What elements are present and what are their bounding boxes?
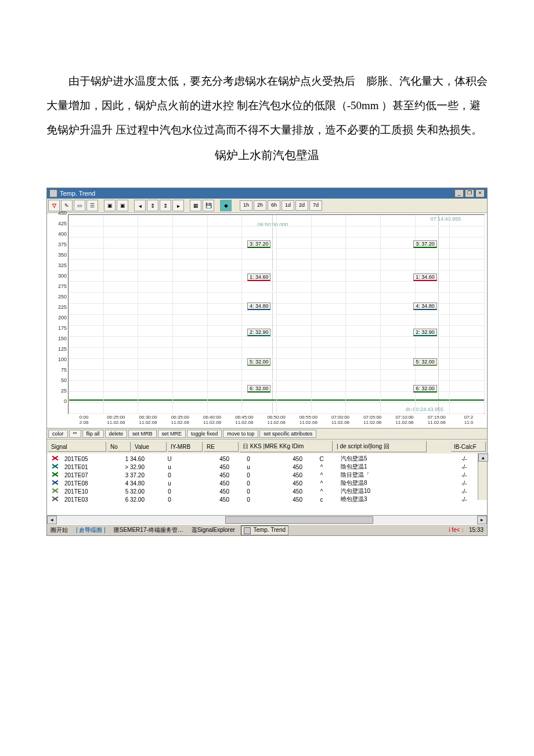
cell-desc: 陰目壁温「 bbox=[338, 471, 407, 479]
col-no[interactable]: No bbox=[107, 442, 131, 452]
tool-button[interactable]: ✎ bbox=[61, 200, 73, 211]
timerange-button-7d[interactable]: 7d bbox=[309, 200, 322, 211]
cell-desc: 汽包壁温10 bbox=[338, 487, 407, 495]
action-button[interactable]: set MRB bbox=[128, 430, 157, 438]
scroll-up-button[interactable]: ▴ bbox=[478, 453, 488, 462]
action-button[interactable]: move to top bbox=[223, 430, 258, 438]
col-signal[interactable]: Signal bbox=[48, 442, 106, 452]
x-tick: 07:05:0011.02.08 bbox=[356, 415, 388, 428]
close-button[interactable]: × bbox=[475, 189, 485, 197]
cursor-value-label: 3: 37.20 bbox=[247, 240, 271, 248]
y-tick: 200 bbox=[58, 315, 67, 321]
taskbar-item[interactable]: 匯SEMER17-终端服务管… bbox=[111, 525, 186, 535]
nav-updown-button[interactable]: ⇕ bbox=[147, 200, 158, 211]
cell-signal: 201TE01 bbox=[62, 464, 107, 470]
col-calc[interactable]: IB-CalcF bbox=[451, 442, 486, 452]
action-button[interactable]: delete bbox=[105, 430, 128, 438]
y-tick: 25 bbox=[61, 388, 67, 394]
tool-button[interactable]: ☰ bbox=[86, 200, 98, 211]
table-row[interactable]: 201TE01> 32.90u450u450^陰包壁温1-/- bbox=[49, 463, 487, 471]
taskbar-active-label: Temp. Trend bbox=[253, 527, 286, 533]
app-icon bbox=[49, 189, 57, 197]
y-tick: 350 bbox=[58, 252, 67, 258]
action-button[interactable]: flip all bbox=[82, 430, 104, 438]
col-desc[interactable]: | de script io/|long 回 bbox=[334, 441, 427, 452]
window-title: Temp. Trend bbox=[60, 190, 95, 197]
tool-button[interactable]: ▣ bbox=[104, 200, 116, 211]
taskbar-item[interactable]: | 倉尊瞳圈 | bbox=[74, 525, 108, 535]
table-row[interactable]: 201TE051 34.60U4500450C汽包壁温5-/- bbox=[49, 455, 487, 463]
signal-color-icon bbox=[52, 480, 59, 485]
cursor-value-label: 6: 32.00 bbox=[247, 385, 271, 393]
timerange-button-6h[interactable]: 6h bbox=[268, 200, 280, 211]
nav-left-button[interactable]: ◂ bbox=[134, 200, 146, 211]
taskbar-lang[interactable]: i fe<： 15:33 bbox=[449, 526, 486, 534]
action-button[interactable]: ** bbox=[69, 430, 81, 438]
chart-area[interactable]: 0255075100125150175200225250275300325350… bbox=[47, 213, 487, 429]
titlebar[interactable]: Temp. Trend _ ❐ × bbox=[47, 188, 487, 199]
scroll-thumb[interactable] bbox=[225, 516, 373, 524]
cell: ^ bbox=[305, 480, 338, 487]
nav-right-button[interactable]: ▸ bbox=[172, 200, 184, 211]
vertical-scrollbar[interactable]: ▴ bbox=[478, 453, 487, 500]
table-row[interactable]: 201TE084 34.80u4500450^险包壁温8-/- bbox=[49, 479, 487, 487]
action-button[interactable]: set MRE bbox=[158, 430, 186, 438]
horizontal-scrollbar[interactable]: ◂ ▸ bbox=[47, 515, 487, 524]
signal-table: ▴ 201TE051 34.60U4500450C汽包壁温5-/-201TE01… bbox=[47, 453, 487, 515]
timerange-button-2d[interactable]: 2d bbox=[295, 200, 308, 211]
cell-desc: 陰包壁温1 bbox=[338, 463, 407, 471]
x-tick: 0:002.08 bbox=[68, 415, 100, 428]
table-row[interactable]: 201TE036 32.0004500450c曉包壁温3-/- bbox=[49, 495, 487, 503]
cell: U bbox=[147, 456, 192, 462]
toolbar: ▽ ✎ ▭ ☰ ▣ ▣ ◂ ⇕ ⇕ ▸ ▦ 💾 ◆ 1h2h6h1d2d7d bbox=[47, 199, 487, 213]
y-tick: 425 bbox=[58, 221, 67, 226]
scroll-right-button[interactable]: ▸ bbox=[477, 516, 487, 524]
tool-button[interactable]: 💾 bbox=[203, 200, 214, 211]
col-re[interactable]: RE bbox=[204, 442, 239, 452]
plot-region[interactable]: 07:14:43.955 06:50:00.000 dt=00:24:43.95… bbox=[68, 214, 485, 414]
cell-no-val: 1 34.60 bbox=[107, 456, 147, 462]
start-button[interactable]: 圈开始 bbox=[48, 525, 70, 535]
action-button[interactable]: toggle fixed bbox=[187, 430, 222, 438]
dt-label: dt=00:24:43.955 bbox=[406, 406, 443, 412]
tool-button[interactable]: ▣ bbox=[117, 200, 128, 211]
col-kks[interactable]: 日 KKS |MRE KKg IDim bbox=[240, 441, 333, 452]
col-value[interactable]: Value bbox=[132, 442, 167, 452]
table-row[interactable]: 201TE073 37.2004500450^陰目壁温「-/- bbox=[49, 471, 487, 479]
taskbar-active-item[interactable]: Temp. Trend bbox=[241, 525, 288, 535]
y-tick: 75 bbox=[61, 367, 67, 373]
scroll-left-button[interactable]: ◂ bbox=[47, 516, 57, 524]
cursor-value-label: 5: 32.00 bbox=[247, 358, 271, 366]
tool-button[interactable]: ▭ bbox=[74, 200, 85, 211]
cell-signal: 201TE05 bbox=[62, 456, 107, 462]
maximize-button[interactable]: ❐ bbox=[465, 189, 474, 197]
tool-button[interactable]: ▦ bbox=[190, 200, 201, 211]
x-tick: 07:10:0011.02.08 bbox=[388, 415, 420, 428]
col-ymrb[interactable]: IY-MRB bbox=[168, 442, 203, 452]
cursor-value-label: 4: 34.80 bbox=[413, 303, 437, 310]
tool-button[interactable]: ▽ bbox=[48, 200, 60, 211]
cursor-time-label: 06:50:00.000 bbox=[258, 222, 288, 228]
cursor-value-label: 1: 34.60 bbox=[247, 273, 271, 281]
nav-updown-button[interactable]: ⇕ bbox=[160, 200, 171, 211]
signal-color-icon bbox=[52, 496, 59, 502]
cell-signal: 201TE10 bbox=[62, 488, 107, 495]
scroll-track[interactable] bbox=[57, 516, 477, 524]
action-button[interactable]: color bbox=[48, 430, 68, 438]
taskbar-clock: 15:33 bbox=[469, 527, 484, 533]
minimize-button[interactable]: _ bbox=[454, 189, 464, 197]
timerange-button-1d[interactable]: 1d bbox=[282, 200, 294, 211]
action-button[interactable]: set specific attributes bbox=[259, 430, 316, 438]
timerange-button-2h[interactable]: 2h bbox=[254, 200, 266, 211]
cell: 450 bbox=[192, 472, 232, 478]
cell: 0 bbox=[232, 488, 265, 495]
tool-button[interactable]: ◆ bbox=[220, 200, 232, 211]
timerange-button-1h[interactable]: 1h bbox=[240, 200, 252, 211]
cell: 450 bbox=[265, 472, 305, 478]
cell: ^ bbox=[305, 464, 338, 470]
y-tick: 325 bbox=[58, 262, 67, 268]
table-row[interactable]: 201TE105 32.0004500450^汽包壁温10-/- bbox=[49, 487, 487, 495]
cell: u bbox=[232, 464, 265, 470]
x-tick: 06:30:0011.02.08 bbox=[132, 415, 164, 428]
taskbar-item[interactable]: 遥SignalExplorer bbox=[189, 525, 237, 535]
